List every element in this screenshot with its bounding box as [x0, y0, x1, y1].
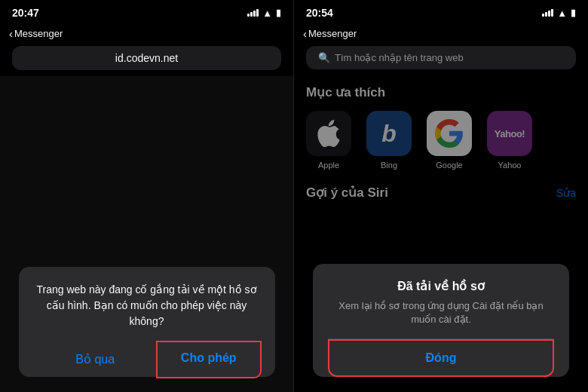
left-dialog-overlay: Trang web này đang cố gắng tải về một hồ…: [0, 76, 293, 392]
allow-button-wrapper: Cho phép: [156, 341, 262, 378]
wifi-icon: ▲: [262, 8, 272, 19]
left-dialog-message: Trang web này đang cố gắng tải về một hồ…: [34, 282, 260, 329]
signal-bar-4: [256, 9, 259, 17]
left-status-icons: ▲ ▮: [247, 8, 281, 19]
right-content-area: Mục ưa thích Apple b Bing: [294, 75, 588, 392]
signal-icon: [247, 9, 259, 17]
signal-bar-1: [247, 14, 250, 17]
right-time: 20:54: [306, 7, 333, 19]
left-status-bar: 20:47 ▲ ▮: [0, 0, 293, 24]
right-close-button-wrapper: Đóng: [328, 339, 554, 377]
right-signal-bar-3: [548, 11, 550, 17]
right-signal-icon: [542, 9, 553, 17]
right-battery-icon: ▮: [571, 8, 576, 18]
search-icon: 🔍: [318, 52, 330, 63]
right-back-label: Messenger: [308, 28, 357, 39]
right-back-arrow-icon: ‹: [303, 27, 307, 40]
right-search-bar[interactable]: 🔍 Tìm hoặc nhập tên trang web: [306, 46, 576, 69]
right-dialog-buttons: Đóng: [328, 338, 554, 377]
back-arrow-icon: ‹: [9, 27, 13, 40]
right-dialog-message: Xem lại hồ sơ trong ứng dụng Cài đặt nếu…: [328, 299, 554, 326]
right-status-icons: ▲ ▮: [542, 8, 576, 19]
right-dialog-title: Đã tải về hồ sơ: [328, 279, 554, 293]
left-url-bar[interactable]: id.codevn.net: [12, 46, 281, 70]
right-phone-panel: 20:54 ▲ ▮ ‹ Messenger 🔍 Tìm hoặc nhập tê…: [294, 0, 588, 392]
search-placeholder-text: Tìm hoặc nhập tên trang web: [335, 52, 464, 63]
right-dialog-overlay: Đã tải về hồ sơ Xem lại hồ sơ trong ứng …: [294, 75, 588, 392]
battery-icon: ▮: [276, 8, 281, 18]
right-nav-bar: ‹ Messenger: [294, 24, 588, 44]
left-back-label: Messenger: [14, 28, 63, 39]
left-phone-panel: 20:47 ▲ ▮ ‹ Messenger id.codevn.net Tran…: [0, 0, 294, 392]
left-dialog-box: Trang web này đang cố gắng tải về một hồ…: [19, 267, 275, 377]
right-wifi-icon: ▲: [557, 8, 567, 19]
right-signal-bar-1: [542, 14, 544, 17]
right-signal-bar-2: [545, 12, 547, 17]
right-status-bar: 20:54 ▲ ▮: [294, 0, 588, 24]
close-button[interactable]: Đóng: [329, 341, 553, 375]
left-nav-bar: ‹ Messenger: [0, 24, 293, 44]
cancel-button[interactable]: Bỏ qua: [34, 341, 158, 377]
signal-bar-2: [250, 12, 253, 17]
signal-bar-3: [253, 11, 256, 17]
right-dialog-box: Đã tải về hồ sơ Xem lại hồ sơ trong ứng …: [313, 264, 569, 377]
left-content-area: Trang web này đang cố gắng tải về một hồ…: [0, 76, 293, 392]
left-dialog-buttons: Bỏ qua Cho phép: [34, 341, 260, 377]
left-back-button[interactable]: ‹ Messenger: [9, 27, 63, 40]
allow-button[interactable]: Cho phép: [158, 342, 260, 374]
left-url-text: id.codevn.net: [115, 52, 178, 64]
left-time: 20:47: [12, 7, 39, 19]
right-signal-bar-4: [551, 9, 553, 17]
right-back-button[interactable]: ‹ Messenger: [303, 27, 357, 40]
